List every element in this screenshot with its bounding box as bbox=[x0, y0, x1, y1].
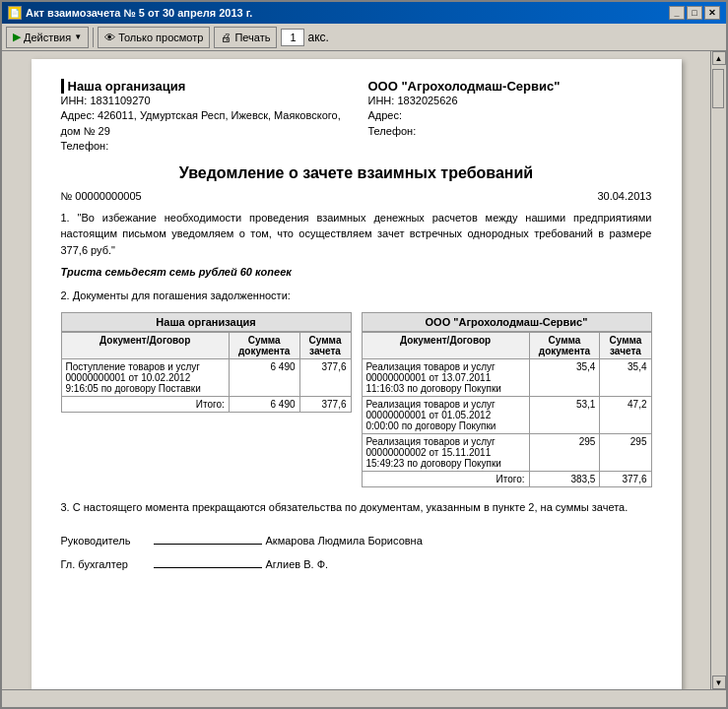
print-icon: 🖨 bbox=[221, 32, 232, 43]
paragraph-1: 1. "Во избежание необходимости проведени… bbox=[61, 210, 652, 259]
content-area: Наша организация ИНН: 1831109270 Адрес: … bbox=[2, 51, 710, 689]
cell-doc: Поступление товаров и услуг 00000000001 … bbox=[61, 358, 229, 396]
close-button[interactable]: ✕ bbox=[704, 6, 720, 20]
footer-note: 3. С настоящего момента прекращаются обя… bbox=[61, 499, 652, 516]
cell-sum-offset: 35,4 bbox=[600, 358, 651, 396]
cell-sum-doc: 6 490 bbox=[229, 358, 299, 396]
left-table-total: Итого: 6 490 377,6 bbox=[61, 396, 351, 412]
scrollbar-y[interactable]: ▲ ▼ bbox=[710, 51, 726, 689]
view-only-button[interactable]: 👁 Только просмотр bbox=[98, 27, 210, 48]
toolbar: ▶ Действия ▼ 👁 Только просмотр 🖨 Печать … bbox=[2, 24, 726, 51]
left-table-header: Документ/Договор Сумма документа Сумма з… bbox=[61, 332, 351, 358]
print-label: Печать bbox=[234, 32, 270, 43]
left-total-sum: 6 490 bbox=[229, 396, 299, 412]
cell-doc: Реализация товаров и услуг 00000000001 о… bbox=[362, 358, 529, 396]
maximize-button[interactable]: □ bbox=[687, 6, 702, 20]
view-only-label: Только просмотр bbox=[118, 32, 203, 43]
document-page: Наша организация ИНН: 1831109270 Адрес: … bbox=[32, 59, 682, 689]
right-table-block: ООО "Агрохолодмаш-Сервис" Документ/Догов… bbox=[362, 312, 652, 487]
right-col-sum-doc: Сумма документа bbox=[529, 332, 600, 358]
main-window: 📄 Акт взаимозачета № 5 от 30 апреля 2013… bbox=[0, 0, 728, 709]
status-bar bbox=[2, 689, 726, 707]
play-icon: ▶ bbox=[13, 31, 21, 43]
cell-sum-doc: 295 bbox=[529, 433, 600, 471]
right-table-total: Итого: 383,5 377,6 bbox=[362, 471, 651, 486]
scroll-track bbox=[711, 65, 726, 676]
tables-section: Наша организация Документ/Договор Сумма … bbox=[61, 312, 652, 487]
signature-section: Руководитель Акмарова Людмила Борисовна … bbox=[61, 535, 652, 570]
cell-sum-offset: 377,6 bbox=[299, 358, 351, 396]
left-phone: Телефон: bbox=[61, 139, 345, 154]
minimize-button[interactable]: _ bbox=[669, 6, 685, 20]
left-col-sum-doc: Сумма документа bbox=[229, 332, 299, 358]
left-address: Адрес: 426011, Удмуртская Респ, Ижевск, … bbox=[61, 108, 345, 139]
left-total-label: Итого: bbox=[61, 396, 229, 412]
dropdown-arrow-icon: ▼ bbox=[74, 32, 82, 41]
window-title: Акт взаимозачета № 5 от 30 апреля 2013 г… bbox=[26, 7, 252, 19]
document-title: Уведомление о зачете взаимных требований bbox=[61, 164, 652, 182]
left-inn: ИНН: 1831109270 bbox=[61, 94, 345, 108]
right-col-doc: Документ/Договор bbox=[362, 332, 529, 358]
toolbar-separator-1 bbox=[93, 28, 94, 47]
window-icon: 📄 bbox=[8, 6, 22, 20]
right-total-label: Итого: bbox=[362, 471, 529, 486]
page-number-box: акс. bbox=[281, 29, 328, 46]
amount-text: Триста семьдесят семь рублей 60 копеек bbox=[61, 266, 652, 278]
right-address: Адрес: bbox=[368, 108, 652, 123]
title-bar: 📄 Акт взаимозачета № 5 от 30 апреля 2013… bbox=[2, 2, 726, 24]
actions-button[interactable]: ▶ Действия ▼ bbox=[6, 27, 89, 48]
header-right: ООО "Агрохолодмаш-Сервис" ИНН: 183202562… bbox=[368, 79, 652, 155]
table-row: Поступление товаров и услуг 00000000001 … bbox=[61, 358, 351, 396]
doc-number: № 00000000005 bbox=[61, 190, 142, 202]
right-total-offset: 377,6 bbox=[600, 471, 651, 486]
right-table: Документ/Договор Сумма документа Сумма з… bbox=[362, 332, 652, 487]
left-table: Документ/Договор Сумма документа Сумма з… bbox=[61, 332, 352, 413]
cell-sum-doc: 35,4 bbox=[529, 358, 600, 396]
scroll-down-button[interactable]: ▼ bbox=[712, 676, 726, 689]
left-table-title: Наша организация bbox=[61, 312, 352, 332]
left-col-doc: Документ/Договор bbox=[61, 332, 229, 358]
cell-doc: Реализация товаров и услуг 00000000001 о… bbox=[362, 396, 529, 433]
title-bar-left: 📄 Акт взаимозачета № 5 от 30 апреля 2013… bbox=[8, 6, 252, 20]
left-col-sum-offset: Сумма зачета bbox=[299, 332, 351, 358]
right-table-title: ООО "Агрохолодмаш-Сервис" bbox=[362, 312, 652, 332]
cell-sum-offset: 295 bbox=[600, 433, 651, 471]
view-icon: 👁 bbox=[104, 32, 115, 43]
sig2-title: Гл. бухгалтер bbox=[61, 558, 150, 570]
right-col-sum-offset: Сумма зачета bbox=[600, 332, 651, 358]
sig1-line: Руководитель Акмарова Людмила Борисовна bbox=[61, 535, 652, 547]
table-row: Реализация товаров и услуг 00000000001 о… bbox=[362, 396, 651, 433]
content-wrapper: Наша организация ИНН: 1831109270 Адрес: … bbox=[2, 51, 726, 689]
left-table-block: Наша организация Документ/Договор Сумма … bbox=[61, 312, 352, 487]
left-total-offset: 377,6 bbox=[299, 396, 351, 412]
sig2-underline bbox=[154, 567, 262, 568]
table-row: Реализация товаров и услуг 00000000001 о… bbox=[362, 358, 651, 396]
right-total-sum: 383,5 bbox=[529, 471, 600, 486]
page-number-input[interactable] bbox=[281, 29, 304, 46]
doc-date: 30.04.2013 bbox=[597, 190, 651, 202]
sig2-name: Аглиев В. Ф. bbox=[266, 558, 329, 570]
right-phone: Телефон: bbox=[368, 124, 652, 139]
print-button[interactable]: 🖨 Печать bbox=[214, 27, 277, 48]
paragraph-2-title: 2. Документы для погашения задолженности… bbox=[61, 288, 652, 304]
left-org-name: Наша организация bbox=[61, 79, 345, 94]
right-org-name: ООО "Агрохолодмаш-Сервис" bbox=[368, 79, 652, 94]
cell-sum-offset: 47,2 bbox=[600, 396, 651, 433]
header-left: Наша организация ИНН: 1831109270 Адрес: … bbox=[61, 79, 345, 155]
actions-label: Действия bbox=[24, 32, 71, 43]
scroll-thumb[interactable] bbox=[712, 69, 724, 108]
table-row: Реализация товаров и услуг 00000000002 о… bbox=[362, 433, 651, 471]
scroll-up-button[interactable]: ▲ bbox=[712, 51, 726, 65]
cell-doc: Реализация товаров и услуг 00000000002 о… bbox=[362, 433, 529, 471]
sig1-name: Акмарова Людмила Борисовна bbox=[266, 535, 423, 547]
sig1-title: Руководитель bbox=[61, 535, 150, 547]
sig2-line: Гл. бухгалтер Аглиев В. Ф. bbox=[61, 558, 652, 570]
right-inn: ИНН: 1832025626 bbox=[368, 94, 652, 108]
title-bar-buttons: _ □ ✕ bbox=[669, 6, 720, 20]
header-section: Наша организация ИНН: 1831109270 Адрес: … bbox=[61, 79, 652, 155]
doc-number-date: № 00000000005 30.04.2013 bbox=[61, 190, 652, 202]
sig1-underline bbox=[154, 544, 262, 545]
right-table-header: Документ/Договор Сумма документа Сумма з… bbox=[362, 332, 651, 358]
page-suffix: акс. bbox=[307, 31, 328, 44]
cell-sum-doc: 53,1 bbox=[529, 396, 600, 433]
